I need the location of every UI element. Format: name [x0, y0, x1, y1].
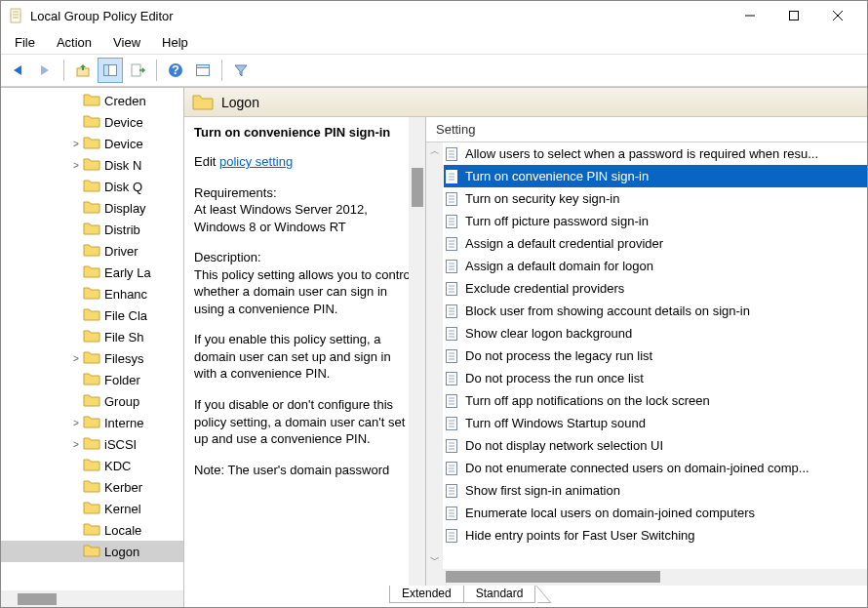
menu-view[interactable]: View	[103, 33, 150, 52]
tree-item-label: Early La	[104, 265, 151, 280]
up-button[interactable]	[70, 58, 96, 83]
expand-icon[interactable]: >	[69, 139, 83, 149]
setting-row[interactable]: Do not enumerate connected users on doma…	[444, 457, 867, 479]
setting-row[interactable]: Hide entry points for Fast User Switchin…	[444, 524, 867, 547]
tree-item[interactable]: Locale	[1, 519, 183, 541]
folder-icon	[83, 479, 100, 495]
tree-item[interactable]: Folder	[1, 369, 183, 390]
setting-row[interactable]: Block user from showing account details …	[444, 300, 867, 322]
tree-item[interactable]: Group	[1, 390, 183, 412]
policy-icon	[444, 304, 459, 319]
menu-file[interactable]: File	[5, 33, 45, 52]
tree-item[interactable]: File Sh	[1, 326, 183, 347]
policy-icon	[444, 326, 459, 342]
forward-button[interactable]	[32, 58, 58, 83]
folder-icon	[83, 200, 100, 216]
tree-item[interactable]: >Disk N	[1, 154, 183, 176]
tree-item[interactable]: Driver	[1, 240, 183, 262]
expand-icon[interactable]: >	[69, 439, 83, 450]
tree-item-label: Kerber	[104, 480, 142, 495]
folder-icon	[83, 307, 100, 323]
policy-icon	[444, 281, 459, 297]
tree-item[interactable]: KDC	[1, 455, 183, 476]
list-horizontal-scrollbar[interactable]	[426, 569, 867, 586]
policy-icon	[444, 191, 459, 207]
setting-label: Allow users to select when a password is…	[465, 146, 818, 161]
setting-row[interactable]: Assign a default credential provider	[444, 232, 867, 255]
setting-row[interactable]: Turn off Windows Startup sound	[444, 412, 867, 434]
tree-item[interactable]: Early La	[1, 262, 183, 283]
setting-row[interactable]: Turn off app notifications on the lock s…	[444, 389, 867, 412]
tree-item-label: Disk Q	[104, 180, 142, 194]
setting-label: Do not process the run once list	[465, 371, 644, 385]
tree-item[interactable]: Distrib	[1, 219, 183, 240]
help-button[interactable]: ?	[163, 58, 188, 83]
back-button[interactable]	[5, 58, 30, 83]
app-icon	[9, 8, 24, 23]
edit-policy-link[interactable]: policy setting	[219, 154, 293, 169]
setting-label: Hide entry points for Fast User Switchin…	[465, 528, 695, 543]
setting-row[interactable]: Show first sign-in animation	[444, 479, 867, 502]
filter-button[interactable]	[228, 58, 254, 83]
view-tabs: Extended Standard	[184, 586, 867, 607]
setting-row[interactable]: Show clear logon background	[444, 322, 867, 345]
expand-icon[interactable]: >	[69, 418, 83, 428]
setting-row[interactable]: Do not display network selection UI	[444, 434, 867, 457]
setting-row[interactable]: Turn off picture password sign-in	[444, 210, 867, 232]
properties-button[interactable]	[190, 58, 216, 83]
tree-item[interactable]: >Interne	[1, 412, 183, 433]
tree-item[interactable]: Disk Q	[1, 176, 183, 197]
tree-item[interactable]: Display	[1, 197, 183, 219]
setting-row[interactable]: Turn on security key sign-in	[444, 187, 867, 210]
minimize-button[interactable]	[728, 2, 771, 29]
setting-label: Turn on convenience PIN sign-in	[465, 169, 649, 183]
expand-icon[interactable]: >	[69, 160, 83, 171]
tree-item[interactable]: Device	[1, 111, 183, 133]
tree-item[interactable]: Kernel	[1, 498, 183, 519]
svg-rect-5	[789, 12, 798, 20]
tab-extended[interactable]: Extended	[389, 586, 464, 603]
setting-row[interactable]: Allow users to select when a password is…	[444, 142, 867, 165]
export-button[interactable]	[125, 58, 150, 83]
right-pane: Logon Turn on convenience PIN sign-in Ed…	[184, 88, 867, 607]
tree-item[interactable]: Logon	[1, 541, 183, 562]
toolbar-divider	[221, 60, 222, 81]
menubar: File Action View Help	[1, 30, 867, 54]
requirements-label: Requirements:	[194, 185, 277, 200]
tree-item[interactable]: Creden	[1, 90, 183, 111]
svg-rect-0	[11, 9, 20, 22]
setting-row[interactable]: Assign a default domain for logon	[444, 255, 867, 277]
setting-row[interactable]: Do not process the run once list	[444, 367, 867, 389]
show-hide-tree-button[interactable]	[98, 58, 123, 83]
expand-icon[interactable]: >	[69, 353, 83, 364]
setting-row[interactable]: Do not process the legacy run list	[444, 345, 867, 367]
menu-action[interactable]: Action	[47, 33, 101, 52]
tree-item[interactable]: Enhanc	[1, 283, 183, 304]
tree-item[interactable]: >Filesys	[1, 347, 183, 369]
detail-vertical-scrollbar[interactable]	[409, 117, 425, 586]
description-p3: If you disable or don't configure this p…	[194, 396, 415, 448]
setting-label: Assign a default credential provider	[465, 236, 663, 251]
maximize-button[interactable]	[771, 2, 815, 29]
tree-item-label: Folder	[104, 373, 140, 387]
policy-icon	[444, 348, 459, 364]
tree-horizontal-scrollbar[interactable]	[1, 590, 183, 607]
toolbar-divider	[63, 60, 64, 81]
folder-icon	[83, 136, 100, 151]
setting-row[interactable]: Exclude credential providers	[444, 277, 867, 300]
tree-item[interactable]: >iSCSI	[1, 433, 183, 455]
setting-label: Exclude credential providers	[465, 281, 624, 296]
policy-icon	[444, 461, 459, 476]
folder-icon	[83, 393, 100, 409]
column-header-setting[interactable]: Setting	[426, 117, 867, 142]
toolbar-divider	[156, 60, 157, 81]
titlebar: Local Group Policy Editor	[1, 1, 867, 30]
content-area: CredenDevice>Device>Disk NDisk QDisplayD…	[1, 87, 867, 607]
tree-item[interactable]: File Cla	[1, 304, 183, 326]
menu-help[interactable]: Help	[152, 33, 198, 52]
tree-item[interactable]: >Device	[1, 133, 183, 154]
setting-row[interactable]: Turn on convenience PIN sign-in	[444, 165, 867, 187]
tree-item[interactable]: Kerber	[1, 476, 183, 498]
setting-row[interactable]: Enumerate local users on domain-joined c…	[444, 502, 867, 524]
close-button[interactable]	[815, 2, 859, 29]
